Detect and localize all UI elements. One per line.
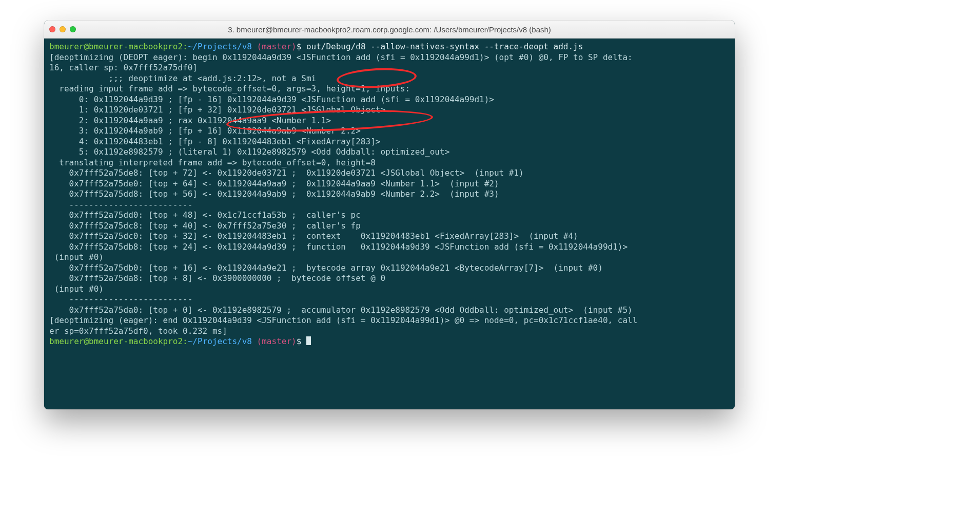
output-line: 0x7fff52a75de0: [top + 64] <- 0x1192044a… bbox=[49, 179, 499, 188]
prompt-path: ~/Projects/v8 bbox=[188, 336, 252, 346]
terminal-window: 3. bmeurer@bmeurer-macbookpro2.roam.corp… bbox=[44, 21, 735, 409]
zoom-icon[interactable] bbox=[70, 26, 76, 32]
output-line: 5: 0x1192e8982579 ; (literal 1) 0x1192e8… bbox=[49, 147, 449, 157]
output-line: 0x7fff52a75de8: [top + 72] <- 0x11920de0… bbox=[49, 168, 524, 178]
prompt-user: bmeurer@bmeurer-macbookpro2 bbox=[49, 42, 183, 51]
prompt-sigil: $ bbox=[297, 336, 306, 346]
output-line: er sp=0x7fff52a75df0, took 0.232 ms] bbox=[49, 326, 227, 336]
prompt-user: bmeurer@bmeurer-macbookpro2 bbox=[49, 336, 183, 346]
output-line: (input #0) bbox=[49, 284, 104, 294]
output-line: 0x7fff52a75dd0: [top + 48] <- 0x1c71ccf1… bbox=[49, 210, 361, 220]
output-line: 1: 0x11920de03721 ; [fp + 32] 0x11920de0… bbox=[49, 105, 385, 115]
prompt-path: ~/Projects/v8 bbox=[188, 42, 252, 51]
output-line: 0x7fff52a75da0: [top + 0] <- 0x1192e8982… bbox=[49, 305, 633, 315]
output-line: 0x7fff52a75dc0: [top + 32] <- 0x11920448… bbox=[49, 231, 578, 241]
output-line: reading input frame add => bytecode_offs… bbox=[49, 84, 410, 93]
prompt-branch: (master) bbox=[252, 42, 297, 51]
close-icon[interactable] bbox=[49, 26, 55, 32]
output-line: 0: 0x1192044a9d39 ; [fp - 16] 0x1192044a… bbox=[49, 94, 494, 104]
terminal-body[interactable]: bmeurer@bmeurer-macbookpro2:~/Projects/v… bbox=[44, 39, 735, 409]
output-line: 0x7fff52a75db0: [top + 16] <- 0x1192044a… bbox=[49, 263, 603, 273]
window-titlebar: 3. bmeurer@bmeurer-macbookpro2.roam.corp… bbox=[44, 21, 735, 39]
window-controls bbox=[49, 26, 76, 32]
output-line: 0x7fff52a75dd8: [top + 56] <- 0x1192044a… bbox=[49, 189, 499, 199]
output-line: 2: 0x1192044a9aa9 ; rax 0x1192044a9aa9 <… bbox=[49, 116, 331, 125]
output-line: 0x7fff52a75db8: [top + 24] <- 0x1192044a… bbox=[49, 242, 628, 252]
output-line: ;;; deoptimize at <add.js:2:12>, not a S… bbox=[49, 73, 316, 83]
prompt-sep: : bbox=[183, 336, 188, 346]
output-line: translating interpreted frame add => byt… bbox=[49, 158, 376, 167]
output-line: [deoptimizing (DEOPT eager): begin 0x119… bbox=[49, 52, 633, 62]
output-line: 4: 0x119204483eb1 ; [fp - 8] 0x119204483… bbox=[49, 137, 380, 146]
prompt-sep: : bbox=[183, 42, 188, 51]
output-line: 16, caller sp: 0x7fff52a75df0] bbox=[49, 63, 198, 72]
output-line: 0x7fff52a75da8: [top + 8] <- 0x390000000… bbox=[49, 273, 385, 283]
output-line: ------------------------- bbox=[49, 200, 192, 210]
prompt-branch: (master) bbox=[252, 336, 297, 346]
window-title: 3. bmeurer@bmeurer-macbookpro2.roam.corp… bbox=[44, 25, 735, 34]
output-line: ------------------------- bbox=[49, 294, 192, 304]
output-line: 0x7fff52a75dc8: [top + 40] <- 0x7fff52a7… bbox=[49, 221, 361, 231]
minimize-icon[interactable] bbox=[60, 26, 66, 32]
output-line: [deoptimizing (eager): end 0x1192044a9d3… bbox=[49, 315, 637, 325]
terminal-cursor bbox=[306, 336, 311, 345]
output-line: (input #0) bbox=[49, 252, 104, 262]
prompt-sigil: $ bbox=[297, 42, 306, 51]
output-line: 3: 0x1192044a9ab9 ; [fp + 16] 0x1192044a… bbox=[49, 126, 361, 136]
command-text: out/Debug/d8 --allow-natives-syntax --tr… bbox=[306, 42, 583, 51]
